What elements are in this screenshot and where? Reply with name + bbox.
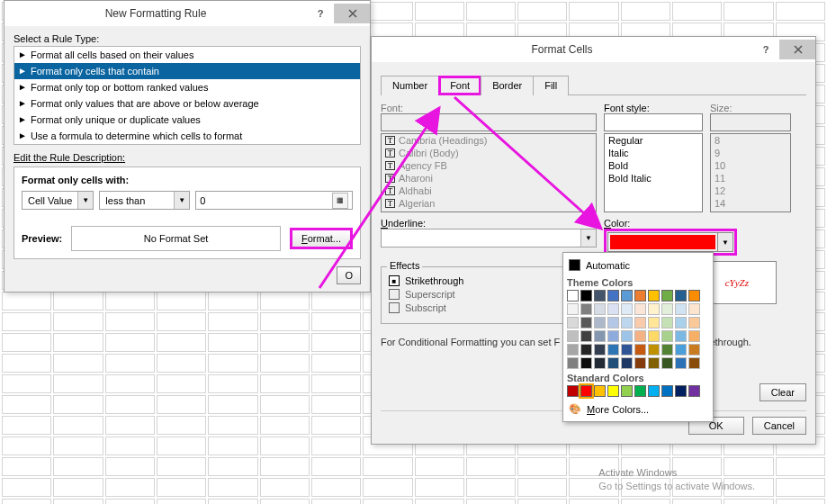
list-item[interactable]: Italic: [605, 147, 702, 159]
color-swatch[interactable]: [621, 357, 633, 369]
ok-button-cut[interactable]: O: [337, 266, 361, 284]
list-item[interactable]: Bold Italic: [605, 172, 702, 184]
color-swatch[interactable]: [580, 303, 592, 315]
color-swatch[interactable]: [675, 290, 687, 302]
tab-border[interactable]: Border: [481, 76, 534, 95]
rule-type-item[interactable]: ►Format only unique or duplicate values: [14, 112, 360, 128]
color-swatch[interactable]: [607, 303, 619, 315]
color-swatch[interactable]: [621, 344, 633, 356]
color-swatch[interactable]: [661, 303, 673, 315]
color-swatch[interactable]: [648, 344, 660, 356]
value-input[interactable]: 0▦: [195, 191, 353, 210]
color-swatch[interactable]: [648, 290, 660, 302]
rule-type-item[interactable]: ►Format only top or bottom ranked values: [14, 79, 360, 95]
color-swatch[interactable]: [634, 344, 646, 356]
cancel-button[interactable]: Cancel: [752, 417, 806, 435]
color-swatch[interactable]: [567, 344, 579, 356]
color-swatch[interactable]: [648, 317, 660, 328]
color-swatch[interactable]: [580, 385, 592, 397]
color-swatch[interactable]: [607, 317, 619, 328]
color-swatch[interactable]: [688, 357, 700, 369]
color-swatch[interactable]: [688, 385, 700, 397]
cell-value-dropdown[interactable]: Cell Value▼: [22, 191, 94, 210]
format-button[interactable]: Format...: [290, 228, 353, 249]
color-swatch[interactable]: [661, 330, 673, 342]
color-swatch[interactable]: [621, 330, 633, 342]
underline-dropdown[interactable]: ▼: [381, 229, 597, 248]
rule-type-item[interactable]: ►Use a formula to determine which cells …: [14, 128, 360, 144]
font-style-input[interactable]: [604, 113, 703, 131]
color-swatch[interactable]: [594, 385, 606, 397]
font-style-list[interactable]: Regular Italic Bold Bold Italic: [604, 133, 703, 212]
help-button[interactable]: ?: [752, 40, 779, 59]
color-swatch[interactable]: [594, 317, 606, 328]
rule-type-item[interactable]: ►Format only cells that contain: [14, 63, 360, 79]
color-swatch[interactable]: [594, 344, 606, 356]
color-swatch[interactable]: [567, 317, 579, 328]
list-item[interactable]: Bold: [605, 159, 702, 172]
color-swatch[interactable]: [594, 330, 606, 342]
rule-type-list[interactable]: ►Format all cells based on their values …: [13, 46, 361, 145]
color-swatch[interactable]: [634, 317, 646, 328]
color-swatch[interactable]: [688, 330, 700, 342]
color-swatch[interactable]: [607, 357, 619, 369]
color-swatch[interactable]: [661, 357, 673, 369]
color-swatch[interactable]: [688, 290, 700, 302]
rule-type-item[interactable]: ►Format only values that are above or be…: [14, 95, 360, 112]
color-swatch[interactable]: [661, 290, 673, 302]
color-swatch[interactable]: [688, 317, 700, 328]
color-swatch[interactable]: [648, 357, 660, 369]
color-swatch[interactable]: [675, 330, 687, 342]
color-dropdown[interactable]: ▼: [607, 232, 733, 252]
color-swatch[interactable]: [580, 330, 592, 342]
color-swatch[interactable]: [675, 357, 687, 369]
color-swatch[interactable]: [661, 344, 673, 356]
color-swatch[interactable]: [661, 317, 673, 328]
color-swatch[interactable]: [634, 330, 646, 342]
color-swatch[interactable]: [634, 290, 646, 302]
color-swatch[interactable]: [634, 357, 646, 369]
color-swatch[interactable]: [607, 330, 619, 342]
color-swatch[interactable]: [594, 357, 606, 369]
rule-type-item[interactable]: ►Format all cells based on their values: [14, 47, 360, 63]
color-swatch[interactable]: [661, 385, 673, 397]
color-swatch[interactable]: [594, 290, 606, 302]
color-swatch[interactable]: [621, 290, 633, 302]
strikethrough-checkbox[interactable]: Strikethrough: [389, 275, 580, 286]
color-swatch[interactable]: [594, 303, 606, 315]
more-colors-option[interactable]: 🎨 More Colors...: [567, 400, 709, 418]
tab-font[interactable]: Font: [438, 76, 481, 95]
color-swatch[interactable]: [580, 317, 592, 328]
list-item[interactable]: Regular: [605, 134, 702, 147]
tab-fill[interactable]: Fill: [533, 76, 569, 95]
color-swatch[interactable]: [688, 303, 700, 315]
color-swatch[interactable]: [634, 303, 646, 315]
color-swatch[interactable]: [648, 303, 660, 315]
color-swatch[interactable]: [688, 344, 700, 356]
color-swatch[interactable]: [567, 290, 579, 302]
tab-number[interactable]: Number: [381, 76, 439, 95]
color-swatch[interactable]: [621, 317, 633, 328]
close-button[interactable]: [334, 4, 370, 23]
color-swatch[interactable]: [621, 303, 633, 315]
color-swatch[interactable]: [675, 385, 687, 397]
help-button[interactable]: ?: [307, 4, 334, 23]
color-swatch[interactable]: [675, 344, 687, 356]
color-swatch[interactable]: [580, 344, 592, 356]
color-swatch[interactable]: [675, 303, 687, 315]
color-swatch[interactable]: [634, 385, 646, 397]
color-swatch[interactable]: [607, 385, 619, 397]
color-swatch[interactable]: [648, 385, 660, 397]
color-swatch[interactable]: [621, 385, 633, 397]
close-button[interactable]: [779, 40, 815, 59]
automatic-option[interactable]: Automatic: [567, 256, 709, 274]
color-swatch[interactable]: [580, 290, 592, 302]
color-swatch[interactable]: [567, 385, 579, 397]
color-swatch[interactable]: [580, 357, 592, 369]
color-swatch[interactable]: [675, 317, 687, 328]
color-swatch[interactable]: [607, 344, 619, 356]
clear-button[interactable]: Clear: [760, 383, 806, 401]
color-swatch[interactable]: [648, 330, 660, 342]
operator-dropdown[interactable]: less than▼: [99, 191, 190, 210]
color-swatch[interactable]: [567, 303, 579, 315]
